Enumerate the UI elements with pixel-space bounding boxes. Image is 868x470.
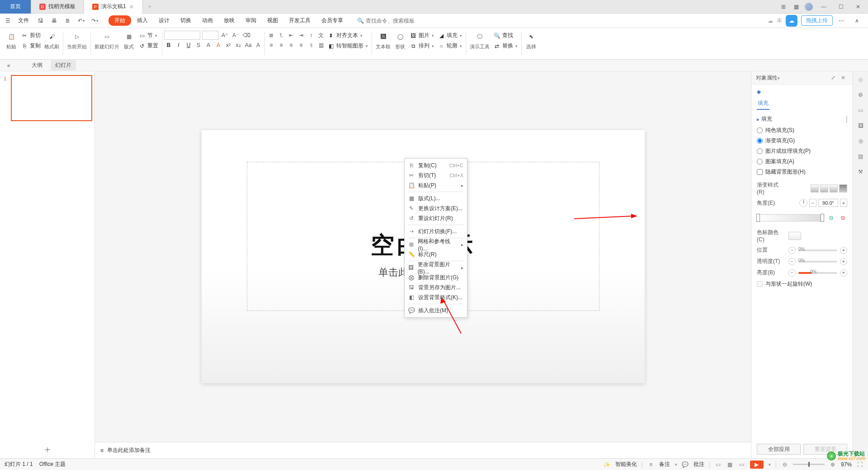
tab-home[interactable]: 首页 bbox=[0, 0, 31, 14]
pictures-button[interactable]: 🖼图片▾ bbox=[408, 31, 436, 40]
decrease-font-icon[interactable]: A⁻ bbox=[231, 31, 240, 40]
section-fill[interactable]: ▸ 填充 bbox=[757, 115, 847, 123]
angle-increase[interactable]: + bbox=[840, 199, 847, 207]
ctx-copy[interactable]: ⎘复制(C)Ctrl+C bbox=[405, 160, 467, 170]
file-menu[interactable]: 文件 bbox=[14, 16, 33, 25]
save-icon[interactable]: 🖫 bbox=[35, 16, 46, 26]
align-text-button[interactable]: ⬍对齐文本▾ bbox=[326, 31, 370, 40]
angle-decrease[interactable]: − bbox=[809, 199, 816, 207]
align-justify-button[interactable]: ≡ bbox=[297, 41, 306, 50]
pin-icon[interactable]: ⤢ bbox=[831, 75, 838, 82]
font-color-button[interactable]: A bbox=[254, 41, 263, 50]
outline-button[interactable]: ○轮廓▾ bbox=[436, 41, 464, 51]
smartart-button[interactable]: ◧转智能图形▾ bbox=[326, 41, 370, 51]
align-left-button[interactable]: ≡ bbox=[267, 41, 276, 50]
ctx-change-bg[interactable]: 🖼更改背景图片(B)...▸ bbox=[405, 263, 467, 273]
location-icon[interactable]: ◎ bbox=[856, 136, 865, 146]
tab-review[interactable]: 审阅 bbox=[241, 15, 261, 26]
tab-transition[interactable]: 切换 bbox=[175, 15, 196, 26]
font-family-combobox[interactable] bbox=[164, 31, 200, 40]
ctx-transition[interactable]: ⇢幻灯片切换(F)... bbox=[405, 226, 467, 236]
text-direction-button[interactable]: 文 bbox=[316, 31, 326, 40]
collapse-panel-icon[interactable]: « bbox=[4, 61, 14, 70]
undo-icon[interactable]: ↶▾ bbox=[76, 16, 87, 26]
angle-dial[interactable] bbox=[799, 199, 807, 207]
chart-icon[interactable]: ▤ bbox=[856, 152, 865, 161]
arrange-button[interactable]: ⧉排列▾ bbox=[408, 41, 436, 51]
ctx-layout[interactable]: ▦版式(L)... bbox=[405, 193, 467, 203]
from-current-button[interactable]: ▷当前开始 bbox=[65, 31, 89, 50]
minimize-button[interactable]: — bbox=[817, 0, 830, 13]
close-button[interactable]: ✕ bbox=[852, 0, 864, 13]
font-size-combobox[interactable] bbox=[202, 31, 218, 40]
ctx-cut[interactable]: ✂剪切(T)Ctrl+X bbox=[405, 170, 467, 180]
gradient-preset[interactable] bbox=[811, 184, 819, 193]
superscript-button[interactable]: x² bbox=[224, 41, 233, 50]
increase-font-icon[interactable]: A⁺ bbox=[220, 31, 229, 40]
template-icon[interactable]: ▭ bbox=[856, 106, 865, 115]
highlight-button[interactable]: A bbox=[214, 41, 223, 50]
command-search[interactable]: 🔍 bbox=[357, 18, 420, 24]
shapes-button[interactable]: ◯形状 bbox=[392, 31, 408, 50]
close-panel-icon[interactable]: ✕ bbox=[841, 75, 848, 82]
reset-button[interactable]: ↺重置 bbox=[137, 41, 160, 51]
tab-view[interactable]: 视图 bbox=[262, 15, 283, 26]
clear-format-icon[interactable]: ⌫ bbox=[242, 31, 251, 40]
image-icon[interactable]: 🖼 bbox=[856, 121, 865, 130]
ctx-save-bg[interactable]: 🖫背景另存为图片... bbox=[405, 282, 467, 292]
new-slide-button[interactable]: ▭新建幻灯片 bbox=[93, 31, 121, 50]
columns-button[interactable]: ▥ bbox=[316, 41, 326, 50]
ctx-grid[interactable]: ⊞网格和参考线(I)...▸ bbox=[405, 240, 467, 249]
copy-button[interactable]: ⎘复制 bbox=[19, 41, 42, 51]
radio-gradient-fill[interactable]: 渐变填充(G) bbox=[757, 137, 847, 145]
change-case-button[interactable]: Aa bbox=[244, 41, 253, 50]
tab-member[interactable]: 会员专享 bbox=[316, 15, 348, 26]
tab-devtools[interactable]: 开发工具 bbox=[284, 15, 316, 26]
indent-inc-button[interactable]: ⇥ bbox=[297, 31, 306, 40]
tab-insert[interactable]: 插入 bbox=[132, 15, 153, 26]
gradient-preset[interactable] bbox=[830, 184, 838, 193]
select-button[interactable]: ⬉选择 bbox=[524, 31, 539, 50]
fill-preview-swatch[interactable] bbox=[846, 116, 847, 123]
tools-icon[interactable]: ⚒ bbox=[856, 167, 865, 176]
search-input[interactable] bbox=[366, 18, 420, 24]
underline-button[interactable]: U bbox=[184, 41, 193, 50]
cut-button[interactable]: ✂剪切 bbox=[19, 31, 42, 40]
gradient-preset[interactable] bbox=[839, 184, 847, 193]
numbering-button[interactable]: ⒈ bbox=[277, 31, 286, 40]
tab-start[interactable]: 开始 bbox=[108, 15, 131, 26]
italic-button[interactable]: I bbox=[174, 41, 183, 50]
section-button[interactable]: ▭节▾ bbox=[137, 31, 160, 40]
bullets-button[interactable]: ≣ bbox=[267, 31, 276, 40]
slide-thumbnail[interactable] bbox=[11, 75, 92, 121]
tab-slideshow[interactable]: 放映 bbox=[219, 15, 240, 26]
angle-value[interactable]: 90.0° bbox=[818, 199, 838, 207]
fill-tab[interactable]: 填充 bbox=[757, 99, 769, 110]
paste-button[interactable]: 📋粘贴 bbox=[4, 31, 19, 50]
menu-icon[interactable]: ☰ bbox=[3, 16, 13, 26]
more-icon[interactable]: ⋯ bbox=[836, 16, 846, 26]
textbox-button[interactable]: 🅰文本框 bbox=[374, 31, 392, 50]
radio-pattern-fill[interactable]: 图案填充(A) bbox=[757, 158, 847, 165]
find-button[interactable]: 🔍查找 bbox=[491, 31, 519, 40]
tab-templates[interactable]: D 找稻壳模板 bbox=[31, 0, 84, 14]
ctx-remove-bg[interactable]: ⨂删除背景图片(G) bbox=[405, 273, 467, 282]
layout-icon[interactable]: ⊞ bbox=[779, 3, 788, 11]
print-preview-icon[interactable]: 🗎 bbox=[62, 16, 73, 26]
align-center-button[interactable]: ≡ bbox=[277, 41, 286, 50]
tab-animation[interactable]: 动画 bbox=[197, 15, 218, 26]
indent-dec-button[interactable]: ⇤ bbox=[287, 31, 296, 40]
tab-current-doc[interactable]: P 演示文稿1 ✕ bbox=[84, 0, 143, 14]
ctx-paste[interactable]: 📋粘贴(P)▸ bbox=[405, 180, 467, 190]
tab-design[interactable]: 设计 bbox=[154, 15, 175, 26]
radio-solid-fill[interactable]: 纯色填充(S) bbox=[757, 127, 847, 134]
tab-slides-view[interactable]: 幻灯片 bbox=[51, 60, 76, 70]
settings-icon[interactable]: ⚙ bbox=[856, 90, 865, 99]
ctx-ruler[interactable]: 📏标尺(R) bbox=[405, 249, 467, 259]
redo-icon[interactable]: ↷▾ bbox=[90, 16, 100, 26]
collapse-ribbon-icon[interactable]: ∧ bbox=[852, 16, 862, 26]
maximize-button[interactable]: ☐ bbox=[835, 0, 847, 13]
diamond-icon[interactable]: ◇ bbox=[856, 75, 865, 84]
print-icon[interactable]: 🖶 bbox=[49, 16, 60, 26]
ctx-reset-slide[interactable]: ↺重设幻灯片(R) bbox=[405, 213, 467, 223]
